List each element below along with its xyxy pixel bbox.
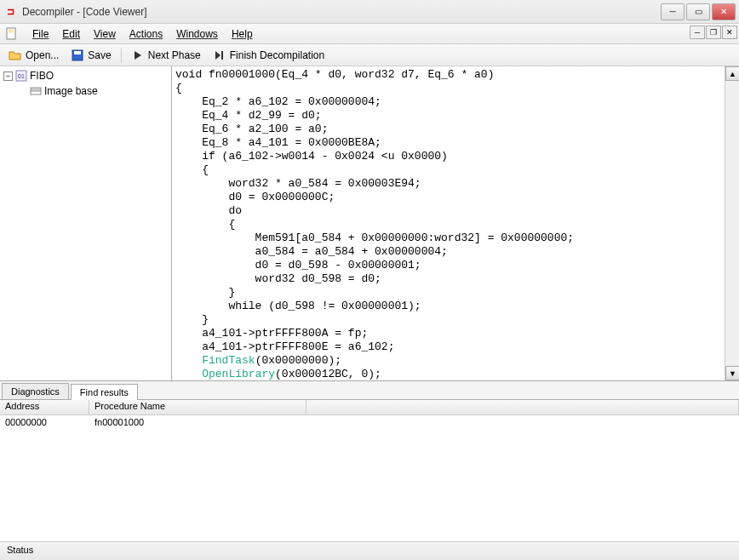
code-content[interactable]: void fn00001000(Eq_4 * d0, word32 d7, Eq… [172, 66, 739, 380]
cell-procedure: fn00001000 [89, 416, 306, 428]
minimize-button[interactable]: ─ [661, 3, 685, 20]
menu-edit[interactable]: Edit [55, 26, 87, 42]
save-icon [71, 49, 84, 62]
col-empty [306, 400, 739, 414]
tree-child[interactable]: Image base [2, 83, 169, 99]
maximize-button[interactable]: ▭ [686, 3, 710, 20]
svg-rect-0 [7, 28, 15, 39]
tree-root[interactable]: − 01 FIBO [2, 68, 169, 83]
menu-file[interactable]: File [26, 26, 55, 42]
segment-icon [29, 84, 43, 98]
menu-actions[interactable]: Actions [123, 26, 169, 42]
svg-rect-4 [74, 51, 81, 54]
tree-collapse-icon[interactable]: − [3, 71, 13, 81]
mdi-close-button[interactable]: ✕ [722, 26, 737, 39]
mdi-restore-button[interactable]: ❐ [706, 26, 721, 39]
col-procedure[interactable]: Procedure Name [89, 400, 306, 414]
close-button[interactable]: ✕ [712, 3, 736, 20]
next-phase-button[interactable]: Next Phase [126, 47, 206, 64]
tab-diagnostics[interactable]: Diagnostics [2, 383, 69, 399]
menu-help[interactable]: Help [225, 26, 260, 42]
binary-icon: 01 [14, 69, 28, 83]
cell-address: 00000000 [0, 416, 89, 428]
play-icon [131, 49, 145, 62]
code-viewer[interactable]: void fn00001000(Eq_4 * d0, word32 d7, Eq… [172, 66, 739, 380]
window-controls: ─ ▭ ✕ [661, 3, 736, 20]
tabs-row: Diagnostics Find results [0, 381, 739, 400]
scroll-up-icon[interactable]: ▲ [725, 66, 739, 81]
skip-icon [213, 49, 226, 62]
menu-windows[interactable]: Windows [169, 26, 225, 42]
table-row[interactable]: 00000000 fn00001000 [0, 415, 739, 429]
status-bar: Status [0, 541, 739, 560]
tab-find-results[interactable]: Find results [71, 384, 138, 400]
svg-rect-5 [221, 51, 223, 60]
scroll-down-icon[interactable]: ▼ [725, 366, 739, 380]
results-header: Address Procedure Name [0, 400, 739, 415]
title-bar: ⊐ Decompiler - [Code Viewer] ─ ▭ ✕ [0, 0, 739, 24]
menu-view[interactable]: View [87, 26, 123, 42]
save-button[interactable]: Save [66, 47, 116, 64]
col-address[interactable]: Address [0, 400, 89, 414]
window-title: Decompiler - [Code Viewer] [22, 6, 661, 18]
menu-bar: File Edit View Actions Windows Help ─ ❐ … [0, 24, 739, 44]
folder-open-icon [9, 49, 22, 62]
open-label: Open... [26, 49, 59, 61]
mdi-minimize-button[interactable]: ─ [690, 26, 705, 39]
toolbar: Open... Save Next Phase Finish Decompila… [0, 44, 739, 66]
doc-icon [5, 27, 19, 41]
vertical-scrollbar[interactable]: ▲ ▼ [725, 66, 739, 380]
finish-button[interactable]: Finish Decompilation [208, 47, 329, 64]
svg-text:01: 01 [18, 73, 25, 79]
open-button[interactable]: Open... [3, 47, 64, 64]
finish-label: Finish Decompilation [230, 49, 324, 61]
tree-panel: − 01 FIBO Image base [0, 66, 172, 380]
save-label: Save [88, 49, 111, 61]
tree-child-label: Image base [44, 85, 98, 97]
main-area: − 01 FIBO Image base void fn00001000(Eq_… [0, 66, 739, 381]
svg-rect-2 [9, 31, 14, 32]
status-text: Status [7, 545, 33, 555]
mdi-controls: ─ ❐ ✕ [690, 26, 737, 39]
next-phase-label: Next Phase [148, 49, 201, 61]
svg-rect-1 [9, 30, 14, 31]
app-icon: ⊐ [3, 5, 17, 19]
bottom-panel: Diagnostics Find results Address Procedu… [0, 381, 739, 530]
tree-root-label: FIBO [30, 70, 54, 82]
toolbar-separator [121, 48, 122, 63]
